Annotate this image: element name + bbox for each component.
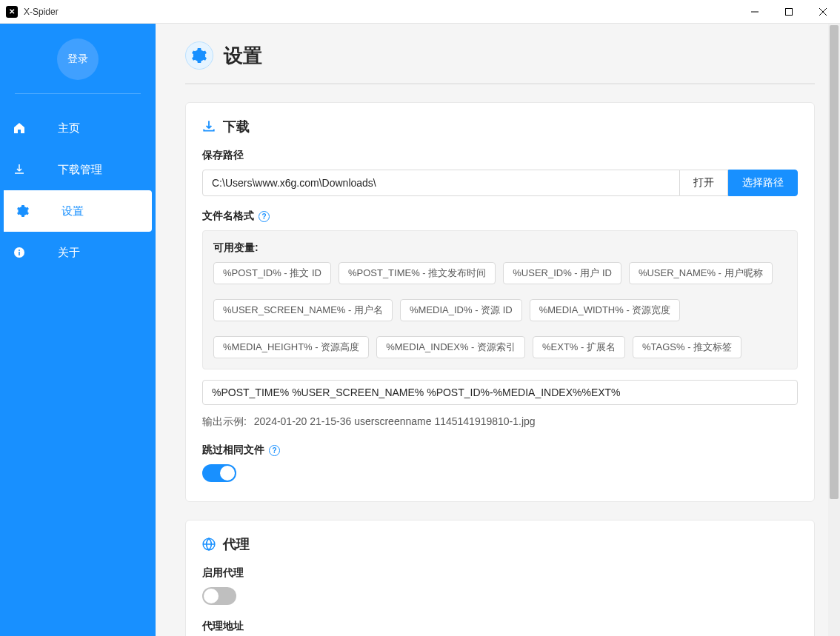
enable-proxy-label: 启用代理: [202, 566, 798, 580]
gear-icon: [185, 41, 213, 70]
help-icon[interactable]: ?: [269, 445, 280, 456]
skip-toggle[interactable]: [202, 464, 236, 482]
save-path-input[interactable]: [202, 170, 680, 196]
variable-tag[interactable]: %USER_NAME% - 用户昵称: [629, 262, 773, 284]
example-value: 2024-01-20 21-15-36 userscreenname 11451…: [254, 415, 536, 427]
page-title: 设置: [224, 43, 262, 69]
app-icon: [6, 6, 18, 18]
format-input[interactable]: [202, 380, 798, 405]
save-path-label: 保存路径: [202, 149, 798, 162]
nav-label: 设置: [61, 204, 84, 218]
proxy-address-label: 代理地址: [202, 620, 798, 633]
variable-tag[interactable]: %MEDIA_WIDTH% - 资源宽度: [530, 299, 681, 321]
main-content: 设置 下载 保存路径 打开 选择路径 文件名格式 ? 可用: [156, 24, 840, 636]
variable-tag[interactable]: %MEDIA_HEIGHT% - 资源高度: [213, 336, 369, 358]
globe-icon: [202, 538, 216, 551]
variable-tag[interactable]: %USER_ID% - 用户 ID: [503, 262, 621, 284]
download-icon: [13, 164, 25, 175]
variable-tag[interactable]: %MEDIA_ID% - 资源 ID: [400, 299, 522, 321]
svg-rect-1: [786, 8, 793, 15]
nav-label: 主页: [58, 121, 80, 135]
download-card: 下载 保存路径 打开 选择路径 文件名格式 ? 可用变量: %POST_ID% …: [185, 102, 815, 502]
page-header: 设置: [185, 41, 815, 84]
sidebar: 登录 主页 下载管理 设置 关于: [0, 24, 156, 636]
card-title: 代理: [223, 535, 250, 553]
info-icon: [13, 247, 25, 258]
gear-icon: [17, 205, 29, 217]
maximize-button[interactable]: [772, 0, 806, 24]
svg-point-5: [19, 250, 20, 251]
window-controls: [738, 0, 840, 24]
close-button[interactable]: [806, 0, 840, 24]
variable-tag[interactable]: %MEDIA_INDEX% - 资源索引: [376, 336, 525, 358]
nav-label: 下载管理: [58, 163, 102, 177]
minimize-button[interactable]: [738, 0, 772, 24]
variable-tag[interactable]: %POST_ID% - 推文 ID: [213, 262, 331, 284]
card-title: 下载: [223, 118, 250, 135]
proxy-card: 代理 启用代理 代理地址: [185, 520, 815, 636]
variable-section: 可用变量: %POST_ID% - 推文 ID%POST_TIME% - 推文发…: [202, 230, 798, 369]
nav-home[interactable]: 主页: [0, 107, 156, 149]
nav-label: 关于: [58, 246, 80, 260]
variable-tag[interactable]: %EXT% - 扩展名: [533, 336, 625, 358]
home-icon: [13, 122, 25, 134]
choose-path-button[interactable]: 选择路径: [728, 170, 798, 196]
download-icon: [202, 120, 216, 133]
variable-tag[interactable]: %POST_TIME% - 推文发布时间: [339, 262, 496, 284]
example-label: 输出示例:: [202, 415, 247, 427]
login-button[interactable]: 登录: [57, 39, 99, 80]
help-icon[interactable]: ?: [259, 211, 270, 222]
variable-label: 可用变量:: [213, 241, 787, 255]
filename-format-label: 文件名格式 ?: [202, 210, 798, 223]
nav-about[interactable]: 关于: [0, 232, 156, 273]
nav-download[interactable]: 下载管理: [0, 149, 156, 190]
window-title: X-Spider: [24, 7, 738, 17]
variable-tag[interactable]: %TAGS% - 推文标签: [633, 336, 741, 358]
sidebar-divider: [15, 93, 141, 94]
svg-rect-6: [19, 252, 20, 255]
variable-tag[interactable]: %USER_SCREEN_NAME% - 用户名: [213, 299, 393, 321]
proxy-toggle[interactable]: [202, 587, 236, 605]
scrollbar-thumb[interactable]: [830, 25, 839, 499]
nav-settings[interactable]: 设置: [4, 190, 152, 232]
skip-label: 跳过相同文件 ?: [202, 443, 798, 457]
titlebar: X-Spider: [0, 0, 840, 24]
scrollbar-track[interactable]: [828, 24, 840, 636]
open-button[interactable]: 打开: [680, 170, 728, 196]
example-row: 输出示例: 2024-01-20 21-15-36 userscreenname…: [202, 415, 798, 429]
